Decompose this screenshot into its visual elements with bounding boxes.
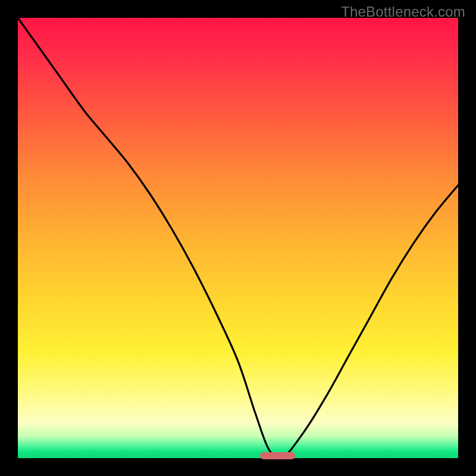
watermark-text: TheBottleneck.com <box>341 4 465 20</box>
plot-area <box>18 18 458 458</box>
optimal-marker <box>260 452 295 459</box>
bottleneck-curve <box>18 18 458 458</box>
chart-frame: TheBottleneck.com <box>0 0 476 476</box>
